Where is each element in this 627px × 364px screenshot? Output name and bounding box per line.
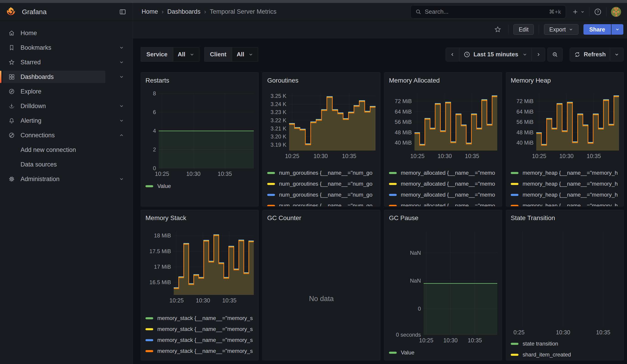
edit-button[interactable]: Edit [514, 24, 534, 35]
y-axis-label: 2 [153, 146, 156, 153]
time-shift-forward-button[interactable] [531, 48, 545, 61]
y-axis-label: 72 MiB [395, 98, 412, 104]
client-filter-value[interactable]: All [232, 48, 258, 61]
sidebar-item-administration[interactable]: Administration [0, 172, 133, 186]
legend-swatch [511, 194, 519, 196]
chevron-down-icon[interactable] [119, 104, 124, 108]
chevron-down-icon [189, 52, 195, 57]
user-avatar[interactable] [611, 7, 621, 17]
panel-title[interactable]: GC Counter [267, 214, 375, 222]
panel-title[interactable]: State Transition [511, 214, 619, 222]
panel-title[interactable]: Goroutines [267, 77, 375, 84]
time-series-chart[interactable]: 18 MiB17.5 MiB17 MiB16.5 MiB 10:2510:301… [146, 231, 254, 304]
refresh-button[interactable]: Refresh [570, 48, 610, 61]
export-button[interactable]: Export [544, 24, 578, 35]
dock-menu-icon[interactable] [118, 7, 128, 17]
y-axis-label: 4 [153, 128, 156, 134]
sidebar-item-explore[interactable]: Explore [0, 84, 133, 99]
sidebar-item-drilldown[interactable]: Drilldown [0, 99, 133, 113]
add-new-button[interactable] [572, 8, 585, 15]
time-shift-back-button[interactable] [446, 48, 459, 61]
refresh-interval-caret[interactable] [610, 48, 623, 61]
legend-item[interactable]: num_goroutines {__name__="num_go [267, 189, 375, 200]
legend-item[interactable]: Value [389, 347, 497, 358]
legend-item[interactable]: memory_heap {__name__="memory_h [511, 189, 619, 200]
legend-item[interactable]: memory_allocated {__name__="memo [389, 189, 497, 200]
no-data-message: No data [263, 237, 380, 360]
main-area: Edit Export Share Service All [133, 21, 627, 364]
legend-item[interactable]: memory_stack {__name__="memory_s [146, 335, 254, 346]
legend-swatch [146, 328, 153, 330]
time-series-chart[interactable]: 3.25 K3.24 K3.23 K3.22 K3.21 K3.20 K3.19… [267, 94, 375, 159]
sidebar-item-add-new-connection[interactable]: Add new connection [0, 143, 133, 157]
legend-item[interactable]: memory_stack {__name__="memory_s [146, 346, 254, 357]
favorite-star-icon[interactable] [492, 26, 503, 33]
y-axis-label: 17 MiB [154, 264, 171, 270]
legend-item[interactable]: memory_allocated {__name__="memo [389, 178, 497, 189]
chevron-down-icon[interactable] [119, 177, 124, 182]
panel-title[interactable]: GC Pause [389, 214, 497, 222]
legend-item[interactable]: num_goroutines {__name__="num_go [267, 167, 375, 178]
sidebar-item-connections[interactable]: Connections [0, 128, 133, 143]
panel-title[interactable]: Memory Heap [511, 77, 619, 84]
time-series-chart[interactable]: 86420 10:2510:3010:35 [146, 94, 254, 177]
legend-item[interactable]: num_goroutines {__name__="num_go [267, 200, 375, 207]
service-filter-value[interactable]: All [173, 48, 199, 61]
legend-item[interactable]: state transition [511, 338, 619, 349]
time-series-chart[interactable]: 0:2510:3010:35 [511, 231, 619, 335]
chevron-down-icon[interactable] [119, 45, 124, 50]
chevron-down-icon[interactable] [119, 74, 124, 79]
legend-item[interactable]: memory_stack {__name__="memory_s [146, 313, 254, 324]
time-series-chart[interactable]: 72 MiB64 MiB56 MiB48 MiB40 MiB 10:2510:3… [389, 94, 497, 159]
window-chrome-strip [0, 0, 627, 3]
search-box[interactable]: ⌘+k [410, 5, 566, 18]
x-axis-label: 10:30 [314, 153, 328, 159]
legend-item[interactable]: memory_allocated {__name__="memo [389, 200, 497, 207]
panel-title[interactable]: Memory Allocated [389, 77, 497, 84]
share-button[interactable]: Share [583, 24, 611, 35]
zoom-out-button[interactable] [548, 48, 562, 61]
legend-item[interactable]: memory_heap {__name__="memory_h [511, 167, 619, 178]
svg-text:?: ? [597, 10, 599, 14]
help-icon[interactable]: ? [594, 8, 602, 16]
chevron-down-icon[interactable] [119, 118, 124, 123]
x-axis-label: 10:35 [222, 297, 237, 304]
breadcrumb-dashboards[interactable]: Dashboards [167, 8, 201, 15]
sidebar-item-dashboards[interactable]: Dashboards [0, 70, 133, 84]
sidebar-item-bookmarks[interactable]: Bookmarks [0, 40, 133, 55]
breadcrumb-home[interactable]: Home [142, 8, 158, 15]
chevron-down-icon[interactable] [119, 60, 124, 65]
panel-title[interactable]: Memory Stack [146, 214, 254, 222]
time-series-chart[interactable]: 72 MiB64 MiB56 MiB48 MiB40 MiB 10:2510:3… [511, 94, 619, 159]
sidebar-item-alerting[interactable]: Alerting [0, 113, 133, 128]
share-menu-caret[interactable] [612, 24, 623, 35]
x-axis-label: 10:35 [596, 329, 610, 336]
panel-title[interactable]: Restarts [146, 77, 254, 84]
x-axis-label: 10:35 [218, 171, 232, 177]
time-series-chart[interactable]: NaNNaN00 seconds 10:2510:3010:35 [389, 231, 497, 343]
grafana-logo-icon[interactable] [5, 7, 16, 17]
sidebar-item-home[interactable]: Home [0, 26, 133, 40]
legend-item[interactable]: memory_heap {__name__="memory_h [511, 200, 619, 207]
sidebar-item-starred[interactable]: Starred [0, 55, 133, 70]
search-input[interactable] [425, 8, 546, 15]
panel-memory-stack: Memory Stack 18 MiB17.5 MiB17 MiB16.5 Mi… [141, 210, 259, 360]
legend-swatch [146, 185, 153, 187]
legend-swatch [389, 183, 397, 185]
time-range-picker[interactable]: Last 15 minutes [459, 48, 532, 61]
divider [606, 7, 607, 17]
panel-grid: Restarts 86420 10:2510:3010:35 Value Gor… [141, 72, 627, 360]
legend-item[interactable]: Value [146, 181, 254, 192]
legend-item[interactable]: num_goroutines {__name__="num_go [267, 178, 375, 189]
legend-item[interactable]: memory_allocated {__name__="memo [389, 167, 497, 178]
legend-item[interactable]: memory_heap {__name__="memory_h [511, 178, 619, 189]
sidebar-item-data-sources[interactable]: Data sources [0, 157, 133, 172]
y-axis-label: 6 [153, 109, 156, 115]
service-filter: Service All [141, 47, 199, 62]
y-axis-label: 18 MiB [154, 232, 171, 239]
legend-item[interactable]: shard_item_created [511, 349, 619, 360]
y-axis-label: 56 MiB [395, 119, 412, 125]
legend-item[interactable]: memory_stack {__name__="memory_s [146, 324, 254, 335]
y-axis-label: 48 MiB [517, 129, 533, 136]
chevron-up-icon[interactable] [119, 133, 124, 138]
